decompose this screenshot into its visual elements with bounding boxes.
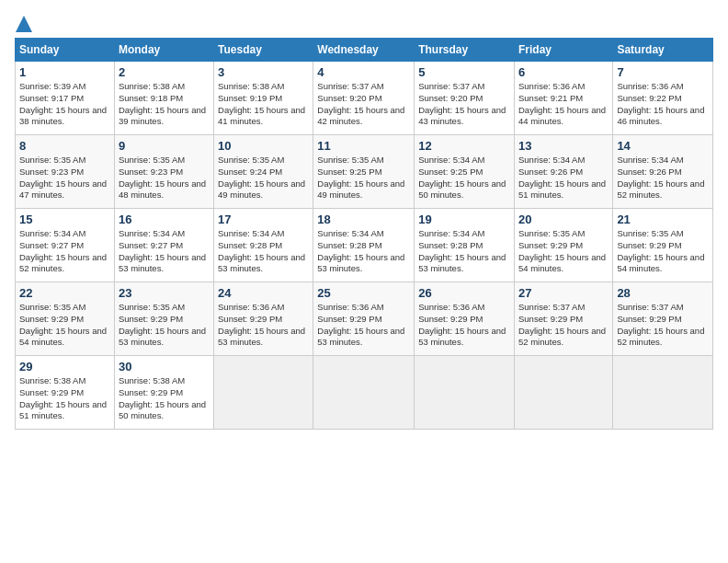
header-monday: Monday: [114, 39, 213, 62]
day-number: 28: [617, 286, 709, 300]
header-friday: Friday: [514, 39, 612, 62]
day-number: 17: [218, 213, 309, 226]
header-wednesday: Wednesday: [313, 39, 415, 62]
day-number: 22: [19, 286, 110, 300]
day-info: Sunrise: 5:36 AMSunset: 9:22 PMDaylight:…: [617, 81, 709, 128]
day-number: 15: [19, 213, 110, 226]
day-number: 20: [518, 213, 609, 226]
day-info: Sunrise: 5:35 AMSunset: 9:29 PMDaylight:…: [19, 302, 110, 349]
day-number: 10: [218, 139, 309, 153]
day-number: 3: [218, 65, 309, 79]
logo-top: [15, 15, 32, 32]
calendar-cell: 1Sunrise: 5:39 AMSunset: 9:17 PMDaylight…: [16, 62, 115, 135]
day-info: Sunrise: 5:38 AMSunset: 9:19 PMDaylight:…: [218, 81, 309, 128]
calendar-page: SundayMondayTuesdayWednesdayThursdayFrid…: [0, 0, 728, 563]
day-number: 5: [418, 65, 510, 79]
logo-triangle-icon: [16, 16, 32, 32]
calendar-cell: [415, 356, 515, 430]
header: [15, 15, 713, 29]
day-info: Sunrise: 5:36 AMSunset: 9:29 PMDaylight:…: [218, 302, 309, 349]
day-number: 23: [119, 286, 210, 300]
day-number: 1: [19, 65, 110, 79]
calendar-cell: 19Sunrise: 5:34 AMSunset: 9:28 PMDayligh…: [415, 209, 515, 282]
day-number: 16: [119, 213, 210, 226]
day-number: 11: [317, 139, 410, 153]
calendar-cell: 5Sunrise: 5:37 AMSunset: 9:20 PMDaylight…: [415, 62, 515, 135]
day-number: 2: [119, 65, 210, 79]
day-info: Sunrise: 5:36 AMSunset: 9:29 PMDaylight:…: [317, 302, 410, 349]
header-tuesday: Tuesday: [214, 39, 313, 62]
day-info: Sunrise: 5:34 AMSunset: 9:28 PMDaylight:…: [218, 228, 309, 275]
day-number: 8: [19, 139, 110, 153]
week-row-2: 8Sunrise: 5:35 AMSunset: 9:23 PMDaylight…: [16, 135, 713, 209]
calendar-cell: 10Sunrise: 5:35 AMSunset: 9:24 PMDayligh…: [214, 135, 313, 209]
week-row-3: 15Sunrise: 5:34 AMSunset: 9:27 PMDayligh…: [16, 209, 713, 282]
calendar-cell: 18Sunrise: 5:34 AMSunset: 9:28 PMDayligh…: [313, 209, 415, 282]
day-number: 27: [518, 286, 609, 300]
day-number: 25: [317, 286, 410, 300]
day-info: Sunrise: 5:37 AMSunset: 9:20 PMDaylight:…: [418, 81, 510, 128]
day-info: Sunrise: 5:35 AMSunset: 9:25 PMDaylight:…: [317, 155, 410, 201]
calendar-cell: 8Sunrise: 5:35 AMSunset: 9:23 PMDaylight…: [16, 135, 115, 209]
day-info: Sunrise: 5:39 AMSunset: 9:17 PMDaylight:…: [19, 81, 110, 128]
week-row-4: 22Sunrise: 5:35 AMSunset: 9:29 PMDayligh…: [16, 282, 713, 356]
day-info: Sunrise: 5:35 AMSunset: 9:23 PMDaylight:…: [19, 155, 110, 201]
day-number: 30: [119, 360, 210, 373]
day-info: Sunrise: 5:35 AMSunset: 9:29 PMDaylight:…: [518, 228, 609, 275]
day-info: Sunrise: 5:37 AMSunset: 9:29 PMDaylight:…: [617, 302, 709, 349]
calendar-header-row: SundayMondayTuesdayWednesdayThursdayFrid…: [16, 39, 713, 62]
calendar-cell: [514, 356, 612, 430]
calendar-cell: 20Sunrise: 5:35 AMSunset: 9:29 PMDayligh…: [514, 209, 612, 282]
day-info: Sunrise: 5:37 AMSunset: 9:29 PMDaylight:…: [518, 302, 609, 349]
day-number: 24: [218, 286, 309, 300]
calendar-cell: 4Sunrise: 5:37 AMSunset: 9:20 PMDaylight…: [313, 62, 415, 135]
day-info: Sunrise: 5:36 AMSunset: 9:29 PMDaylight:…: [418, 302, 510, 349]
calendar-cell: 17Sunrise: 5:34 AMSunset: 9:28 PMDayligh…: [214, 209, 313, 282]
calendar-cell: 28Sunrise: 5:37 AMSunset: 9:29 PMDayligh…: [613, 282, 713, 356]
day-number: 12: [418, 139, 510, 153]
day-number: 26: [418, 286, 510, 300]
calendar-table: SundayMondayTuesdayWednesdayThursdayFrid…: [15, 38, 713, 430]
day-number: 14: [617, 139, 709, 153]
day-info: Sunrise: 5:34 AMSunset: 9:28 PMDaylight:…: [418, 228, 510, 275]
calendar-cell: 15Sunrise: 5:34 AMSunset: 9:27 PMDayligh…: [16, 209, 115, 282]
calendar-cell: 9Sunrise: 5:35 AMSunset: 9:23 PMDaylight…: [114, 135, 213, 209]
day-number: 29: [19, 360, 110, 373]
day-number: 13: [518, 139, 609, 153]
header-sunday: Sunday: [16, 39, 115, 62]
calendar-cell: 6Sunrise: 5:36 AMSunset: 9:21 PMDaylight…: [514, 62, 612, 135]
calendar-cell: 16Sunrise: 5:34 AMSunset: 9:27 PMDayligh…: [114, 209, 213, 282]
day-info: Sunrise: 5:36 AMSunset: 9:21 PMDaylight:…: [518, 81, 609, 128]
day-number: 18: [317, 213, 410, 226]
day-info: Sunrise: 5:35 AMSunset: 9:24 PMDaylight:…: [218, 155, 309, 201]
calendar-cell: 29Sunrise: 5:38 AMSunset: 9:29 PMDayligh…: [16, 356, 115, 430]
calendar-cell: [313, 356, 415, 430]
day-info: Sunrise: 5:34 AMSunset: 9:27 PMDaylight:…: [119, 228, 210, 275]
week-row-5: 29Sunrise: 5:38 AMSunset: 9:29 PMDayligh…: [16, 356, 713, 430]
calendar-cell: 12Sunrise: 5:34 AMSunset: 9:25 PMDayligh…: [415, 135, 515, 209]
day-info: Sunrise: 5:38 AMSunset: 9:29 PMDaylight:…: [119, 375, 210, 422]
day-number: 19: [418, 213, 510, 226]
calendar-cell: [613, 356, 713, 430]
day-info: Sunrise: 5:34 AMSunset: 9:26 PMDaylight:…: [518, 155, 609, 201]
calendar-cell: 3Sunrise: 5:38 AMSunset: 9:19 PMDaylight…: [214, 62, 313, 135]
calendar-cell: 11Sunrise: 5:35 AMSunset: 9:25 PMDayligh…: [313, 135, 415, 209]
calendar-cell: 7Sunrise: 5:36 AMSunset: 9:22 PMDaylight…: [613, 62, 713, 135]
day-number: 4: [317, 65, 410, 79]
week-row-1: 1Sunrise: 5:39 AMSunset: 9:17 PMDaylight…: [16, 62, 713, 135]
calendar-cell: 23Sunrise: 5:35 AMSunset: 9:29 PMDayligh…: [114, 282, 213, 356]
day-info: Sunrise: 5:35 AMSunset: 9:29 PMDaylight:…: [617, 228, 709, 275]
day-info: Sunrise: 5:35 AMSunset: 9:23 PMDaylight:…: [119, 155, 210, 201]
day-number: 7: [617, 65, 709, 79]
header-saturday: Saturday: [613, 39, 713, 62]
day-number: 21: [617, 213, 709, 226]
calendar-cell: 30Sunrise: 5:38 AMSunset: 9:29 PMDayligh…: [114, 356, 213, 430]
day-info: Sunrise: 5:34 AMSunset: 9:28 PMDaylight:…: [317, 228, 410, 275]
day-info: Sunrise: 5:35 AMSunset: 9:29 PMDaylight:…: [119, 302, 210, 349]
calendar-cell: 21Sunrise: 5:35 AMSunset: 9:29 PMDayligh…: [613, 209, 713, 282]
day-info: Sunrise: 5:34 AMSunset: 9:27 PMDaylight:…: [19, 228, 110, 275]
day-number: 6: [518, 65, 609, 79]
header-thursday: Thursday: [415, 39, 515, 62]
calendar-cell: 13Sunrise: 5:34 AMSunset: 9:26 PMDayligh…: [514, 135, 612, 209]
calendar-cell: 14Sunrise: 5:34 AMSunset: 9:26 PMDayligh…: [613, 135, 713, 209]
